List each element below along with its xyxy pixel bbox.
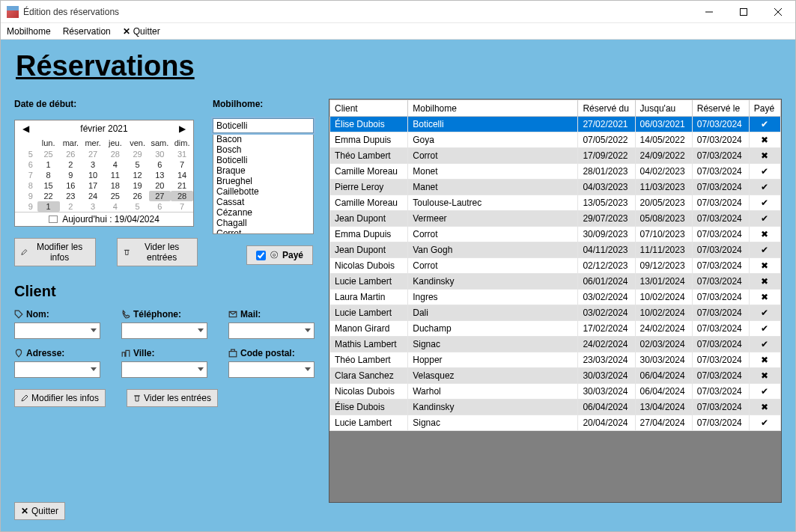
codepostal-combo[interactable] xyxy=(228,361,315,378)
calendar-day[interactable]: 3 xyxy=(82,201,104,212)
calendar-day[interactable]: 31 xyxy=(171,149,193,159)
list-item[interactable]: Chagall xyxy=(213,218,313,228)
calendar-day[interactable]: 7 xyxy=(171,159,193,170)
calendar-day[interactable]: 1 xyxy=(37,201,60,212)
table-row[interactable]: Jean DupontVan Gogh04/11/202311/11/20230… xyxy=(330,242,781,258)
calendar-day[interactable]: 16 xyxy=(60,180,82,191)
telephone-combo[interactable] xyxy=(121,322,207,339)
table-row[interactable]: Camille MoreauMonet28/01/202304/02/20230… xyxy=(330,164,781,180)
calendar-day[interactable]: 6 xyxy=(149,159,171,170)
mobilhome-input[interactable] xyxy=(213,118,314,133)
vider-entrees-button[interactable]: Vider les entrées xyxy=(117,238,198,266)
list-item[interactable]: Caillebotte xyxy=(213,186,313,197)
table-row[interactable]: Camille MoreauToulouse-Lautrec13/05/2023… xyxy=(330,195,781,211)
minimize-button[interactable] xyxy=(692,1,726,23)
adresse-combo[interactable] xyxy=(14,361,100,378)
calendar-day[interactable]: 3 xyxy=(82,159,104,170)
paye-checkbox[interactable] xyxy=(256,251,266,260)
table-row[interactable]: Laura MartinIngres03/02/202410/02/202407… xyxy=(330,290,781,305)
calendar-day[interactable]: 5 xyxy=(127,159,149,170)
calendar-day[interactable]: 27 xyxy=(82,149,104,159)
column-header[interactable]: Réservé du xyxy=(578,100,635,117)
calendar-next-button[interactable]: ▶ xyxy=(176,123,189,134)
calendar-day[interactable]: 29 xyxy=(127,149,149,159)
calendar-day[interactable]: 23 xyxy=(60,191,82,201)
table-row[interactable]: Lucie LambertSignac20/04/202427/04/20240… xyxy=(330,415,781,431)
calendar-day[interactable]: 13 xyxy=(149,170,171,180)
maximize-button[interactable] xyxy=(726,1,761,23)
mobilhome-listbox[interactable]: BaconBoschBoticelliBraqueBrueghelCailleb… xyxy=(213,133,314,234)
table-row[interactable]: Élise DuboisBoticelli27/02/202106/03/202… xyxy=(330,117,781,132)
quitter-button[interactable]: ✕ Quitter xyxy=(14,502,65,520)
table-row[interactable]: Théo LambertCorrot17/09/202224/09/202207… xyxy=(330,148,781,164)
table-row[interactable]: Théo LambertHopper23/03/202430/03/202407… xyxy=(330,352,781,368)
calendar-day[interactable]: 18 xyxy=(104,180,127,191)
calendar-day[interactable]: 4 xyxy=(104,159,127,170)
calendar-day[interactable]: 28 xyxy=(171,191,193,201)
table-row[interactable]: Nicolas DuboisCorrot02/12/202309/12/2023… xyxy=(330,258,781,274)
client-modifier-button[interactable]: Modifier les infos xyxy=(14,389,106,407)
calendar-day[interactable]: 30 xyxy=(149,149,171,159)
modifier-infos-button[interactable]: Modifier les infos xyxy=(14,238,96,266)
calendar-prev-button[interactable]: ◀ xyxy=(19,123,32,134)
list-item[interactable]: Cézanne xyxy=(213,207,313,218)
calendar-day[interactable]: 22 xyxy=(37,191,60,201)
calendar-day[interactable]: 2 xyxy=(60,159,82,170)
column-header[interactable]: Payé xyxy=(749,100,780,117)
list-item[interactable]: Braque xyxy=(213,165,313,176)
calendar-day[interactable]: 4 xyxy=(104,201,127,212)
calendar-day[interactable]: 20 xyxy=(149,180,171,191)
calendar-day[interactable]: 24 xyxy=(82,191,104,201)
calendar-day[interactable]: 27 xyxy=(149,191,171,201)
calendar-day[interactable]: 14 xyxy=(171,170,193,180)
calendar-day[interactable]: 26 xyxy=(60,149,82,159)
table-row[interactable]: Mathis LambertSignac24/02/202402/03/2024… xyxy=(330,337,781,352)
menu-reservation[interactable]: Réservation xyxy=(63,26,111,37)
column-header[interactable]: Client xyxy=(330,100,408,117)
table-row[interactable]: Jean DupontVermeer29/07/202305/08/202307… xyxy=(330,211,781,227)
list-item[interactable]: Boticelli xyxy=(213,155,313,165)
calendar-day[interactable]: 9 xyxy=(60,170,82,180)
nom-combo[interactable] xyxy=(14,322,100,339)
ville-combo[interactable] xyxy=(121,361,207,378)
calendar-day[interactable]: 21 xyxy=(171,180,193,191)
calendar-day[interactable]: 11 xyxy=(104,170,127,180)
table-row[interactable]: Lucie LambertDali03/02/202410/02/202407/… xyxy=(330,305,781,321)
calendar[interactable]: ◀ février 2021 ▶ lun.mar.mer.jeu.ven.sam… xyxy=(14,120,194,227)
table-row[interactable]: Lucie LambertKandinsky06/01/202413/01/20… xyxy=(330,274,781,290)
calendar-day[interactable]: 6 xyxy=(149,201,171,212)
table-row[interactable]: Emma DupuisCorrot30/09/202307/10/202307/… xyxy=(330,227,781,242)
list-item[interactable]: Corrot xyxy=(213,228,313,234)
table-row[interactable]: Nicolas DuboisWarhol30/03/202406/04/2024… xyxy=(330,384,781,400)
list-item[interactable]: Bacon xyxy=(213,134,313,144)
list-item[interactable]: Brueghel xyxy=(213,176,313,186)
reservations-grid[interactable]: ClientMobilhomeRéservé duJusqu'auRéservé… xyxy=(329,99,782,503)
column-header[interactable]: Mobilhome xyxy=(408,100,578,117)
table-row[interactable]: Manon GirardDuchamp17/02/202424/02/20240… xyxy=(330,321,781,337)
table-row[interactable]: Pierre LeroyManet04/03/202311/03/202307/… xyxy=(330,180,781,195)
close-button[interactable] xyxy=(761,1,795,23)
calendar-footer[interactable]: Aujourd'hui : 19/04/2024 xyxy=(15,212,193,226)
calendar-day[interactable]: 17 xyxy=(82,180,104,191)
calendar-day[interactable]: 26 xyxy=(127,191,149,201)
menu-mobilhome[interactable]: Mobilhome xyxy=(7,26,51,37)
calendar-day[interactable]: 25 xyxy=(104,191,127,201)
calendar-day[interactable]: 5 xyxy=(127,201,149,212)
menu-quitter[interactable]: ✕Quitter xyxy=(123,26,160,37)
table-row[interactable]: Emma DupuisGoya07/05/202214/05/202207/03… xyxy=(330,132,781,148)
calendar-day[interactable]: 2 xyxy=(60,201,82,212)
paye-checkbox-group[interactable]: ⦾ Payé xyxy=(246,245,313,265)
calendar-day[interactable]: 28 xyxy=(104,149,127,159)
table-row[interactable]: Clara SanchezVelasquez30/03/202406/04/20… xyxy=(330,368,781,384)
list-item[interactable]: Cassat xyxy=(213,197,313,207)
calendar-day[interactable]: 15 xyxy=(37,180,60,191)
calendar-day[interactable]: 19 xyxy=(127,180,149,191)
calendar-day[interactable]: 12 xyxy=(127,170,149,180)
client-vider-button[interactable]: Vider les entrées xyxy=(127,389,218,407)
table-row[interactable]: Élise DuboisKandinsky06/04/202413/04/202… xyxy=(330,400,781,415)
column-header[interactable]: Réservé le xyxy=(692,100,749,117)
calendar-day[interactable]: 1 xyxy=(37,159,60,170)
mail-combo[interactable] xyxy=(228,322,315,339)
list-item[interactable]: Bosch xyxy=(213,144,313,155)
calendar-day[interactable]: 8 xyxy=(37,170,60,180)
